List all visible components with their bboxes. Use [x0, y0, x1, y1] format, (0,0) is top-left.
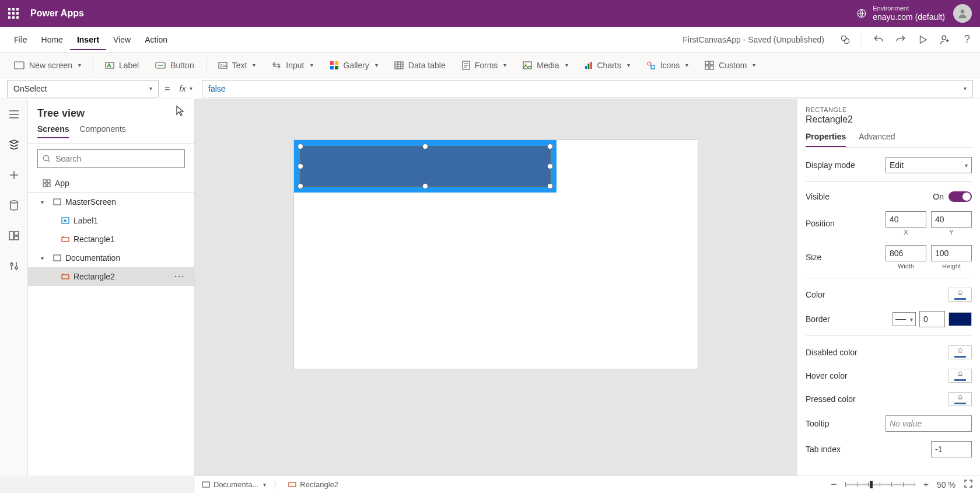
tree-screen-documentation[interactable]: ▾ Documentation — [28, 249, 194, 267]
height-input[interactable]: 100 — [931, 245, 972, 261]
label-button[interactable]: Label — [98, 57, 146, 74]
position-x-input[interactable]: 40 — [886, 211, 926, 228]
search-input[interactable] — [55, 154, 180, 163]
add-icon[interactable] — [5, 166, 23, 184]
chevron-down-icon: ▾ — [910, 316, 913, 323]
media-pane-icon[interactable] — [5, 226, 23, 245]
tree-rectangle1[interactable]: Rectangle1 — [28, 230, 194, 249]
play-icon[interactable] — [917, 34, 929, 46]
svg-text:Abc: Abc — [220, 64, 228, 68]
svg-rect-36 — [43, 184, 46, 187]
media-menu[interactable]: Media▾ — [516, 57, 575, 74]
charts-menu[interactable]: Charts▾ — [578, 57, 637, 74]
tooltip-label: Tooltip — [806, 419, 829, 428]
advanced-tools-icon[interactable] — [5, 257, 23, 275]
more-icon[interactable]: ··· — [174, 272, 188, 281]
hamburger-icon[interactable] — [5, 105, 23, 124]
input-menu[interactable]: Input▾ — [265, 57, 320, 74]
svg-point-17 — [525, 63, 527, 65]
menu-view[interactable]: View — [106, 29, 138, 50]
menu-action[interactable]: Action — [138, 29, 174, 50]
tree-screen-master[interactable]: ▾ MasterScreen — [28, 193, 194, 211]
zoom-slider[interactable] — [845, 484, 915, 485]
button-button[interactable]: Button — [148, 57, 201, 74]
pressed-color-picker[interactable] — [949, 392, 972, 406]
tree-rectangle2[interactable]: Rectangle2 ··· — [28, 267, 194, 286]
chevron-down-icon: ▾ — [78, 62, 81, 68]
tab-properties[interactable]: Properties — [806, 132, 846, 147]
resize-handle[interactable] — [298, 163, 303, 169]
canvas-area[interactable] — [195, 99, 797, 475]
artboard[interactable] — [294, 140, 698, 369]
formula-input[interactable]: false ▾ — [202, 80, 973, 97]
menu-file[interactable]: File — [7, 29, 34, 50]
chevron-down-icon: ▾ — [190, 85, 192, 92]
share-icon[interactable] — [939, 34, 951, 46]
environment-picker[interactable]: Environment enayu.com (default) — [856, 5, 945, 22]
border-label: Border — [806, 314, 830, 324]
breadcrumb-screen[interactable]: Documenta... ▾ — [202, 480, 266, 489]
breadcrumb-control[interactable]: Rectangle2 — [288, 480, 338, 489]
tooltip-input[interactable]: No value — [886, 415, 972, 432]
resize-handle[interactable] — [547, 183, 553, 189]
resize-handle[interactable] — [422, 183, 428, 189]
hover-color-label: Hover color — [806, 371, 848, 380]
property-select[interactable]: OnSelect ▾ — [7, 80, 159, 97]
position-y-input[interactable]: 40 — [931, 211, 972, 228]
menu-insert[interactable]: Insert — [70, 29, 106, 50]
custom-menu[interactable]: Custom▾ — [698, 57, 762, 74]
divider — [93, 57, 93, 74]
disabled-color-picker[interactable] — [949, 345, 972, 359]
new-screen-button[interactable]: New screen▾ — [7, 57, 88, 74]
tab-advanced[interactable]: Advanced — [859, 132, 895, 147]
app-checker-icon[interactable] — [839, 34, 851, 46]
zoom-out-button[interactable]: − — [831, 478, 837, 491]
visible-toggle[interactable] — [949, 191, 972, 202]
tree-view-icon[interactable] — [5, 135, 23, 154]
app-title: Power Apps — [30, 8, 84, 19]
resize-handle[interactable] — [298, 144, 303, 149]
svg-rect-13 — [335, 66, 338, 69]
resize-handle[interactable] — [547, 163, 553, 169]
border-style-select[interactable]: ▾ — [892, 312, 916, 326]
resize-handle[interactable] — [298, 183, 303, 189]
display-mode-select[interactable]: Edit▾ — [886, 157, 972, 173]
chevron-down-icon[interactable]: ▾ — [41, 199, 49, 205]
svg-rect-18 — [585, 66, 587, 69]
fit-to-window-icon[interactable] — [964, 479, 973, 490]
resize-handle[interactable] — [422, 144, 428, 149]
tab-screens[interactable]: Screens — [37, 124, 69, 138]
data-icon[interactable] — [5, 196, 23, 215]
help-icon[interactable]: ? — [961, 34, 973, 46]
fx-button[interactable]: fx ▾ — [176, 83, 196, 93]
gallery-menu[interactable]: Gallery▾ — [323, 57, 385, 74]
selected-rectangle[interactable] — [294, 140, 556, 193]
color-picker[interactable] — [949, 288, 972, 302]
tab-components[interactable]: Components — [79, 124, 125, 138]
tree-app[interactable]: App — [28, 174, 194, 193]
undo-icon[interactable] — [873, 34, 884, 46]
search-box[interactable] — [37, 149, 185, 168]
svg-rect-19 — [587, 64, 589, 69]
user-avatar[interactable] — [953, 4, 972, 23]
forms-menu[interactable]: Forms▾ — [455, 57, 514, 74]
app-header: Power Apps Environment enayu.com (defaul… — [0, 0, 980, 27]
svg-rect-24 — [710, 61, 713, 65]
border-color-picker[interactable] — [949, 312, 972, 326]
hover-color-picker[interactable] — [949, 369, 972, 383]
zoom-in-button[interactable]: + — [923, 480, 929, 490]
tree-label1[interactable]: Label1 — [28, 211, 194, 230]
tabindex-input[interactable]: -1 — [931, 441, 972, 457]
svg-rect-38 — [54, 199, 61, 205]
waffle-icon[interactable] — [8, 8, 19, 19]
width-input[interactable]: 806 — [886, 245, 926, 261]
menu-home[interactable]: Home — [34, 29, 70, 50]
chevron-down-icon[interactable]: ▾ — [41, 255, 49, 261]
resize-handle[interactable] — [547, 144, 553, 149]
icons-menu[interactable]: Icons▾ — [639, 57, 695, 74]
tree-view-panel: Tree view Screens Components App ▾ Maste… — [28, 99, 195, 475]
text-menu[interactable]: Abc Text▾ — [211, 57, 263, 74]
redo-icon[interactable] — [895, 34, 907, 46]
border-width-input[interactable]: 0 — [919, 311, 945, 327]
data-table-button[interactable]: Data table — [387, 57, 453, 74]
